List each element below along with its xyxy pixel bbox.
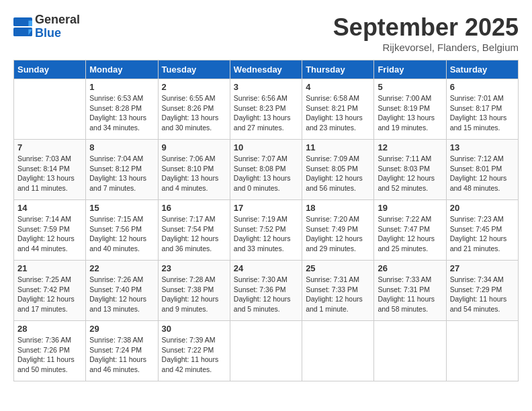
calendar-cell: 10Sunrise: 7:07 AM Sunset: 8:08 PM Dayli… [230,140,302,200]
day-number: 26 [378,263,442,273]
month-title: September 2025 [333,13,519,42]
logo-blue: Blue [35,27,80,40]
day-info: Sunrise: 7:03 AM Sunset: 8:14 PM Dayligh… [17,154,82,193]
calendar-cell [446,321,518,381]
day-info: Sunrise: 7:19 AM Sunset: 7:52 PM Dayligh… [234,214,298,254]
day-number: 16 [162,203,226,213]
week-row-1: 1Sunrise: 6:53 AM Sunset: 8:28 PM Daylig… [14,79,519,140]
day-number: 15 [89,203,154,213]
calendar-cell: 9Sunrise: 7:06 AM Sunset: 8:10 PM Daylig… [158,140,230,200]
calendar-header-row: SundayMondayTuesdayWednesdayThursdayFrid… [14,60,519,79]
calendar-cell: 14Sunrise: 7:14 AM Sunset: 7:59 PM Dayli… [14,200,86,261]
day-info: Sunrise: 7:30 AM Sunset: 7:36 PM Dayligh… [234,275,298,314]
calendar-cell: 20Sunrise: 7:23 AM Sunset: 7:45 PM Dayli… [446,200,518,261]
day-info: Sunrise: 7:25 AM Sunset: 7:42 PM Dayligh… [17,275,82,314]
day-info: Sunrise: 7:15 AM Sunset: 7:56 PM Dayligh… [89,214,154,254]
day-info: Sunrise: 6:53 AM Sunset: 8:28 PM Dayligh… [89,93,154,133]
calendar-cell: 12Sunrise: 7:11 AM Sunset: 8:03 PM Dayli… [374,140,446,200]
title-block: September 2025 Rijkevorsel, Flanders, Be… [333,13,519,53]
day-number: 9 [162,142,226,152]
day-info: Sunrise: 6:58 AM Sunset: 8:21 PM Dayligh… [306,93,370,133]
day-number: 25 [306,263,370,273]
calendar-cell [302,321,374,381]
calendar-cell: 24Sunrise: 7:30 AM Sunset: 7:36 PM Dayli… [230,261,302,321]
calendar-cell: 19Sunrise: 7:22 AM Sunset: 7:47 PM Dayli… [374,200,446,261]
logo-text: General Blue [35,13,80,40]
calendar-cell: 11Sunrise: 7:09 AM Sunset: 8:05 PM Dayli… [302,140,374,200]
calendar-cell: 17Sunrise: 7:19 AM Sunset: 7:52 PM Dayli… [230,200,302,261]
day-number: 21 [17,263,82,273]
calendar-cell: 28Sunrise: 7:36 AM Sunset: 7:26 PM Dayli… [14,321,86,381]
day-header-sunday: Sunday [14,60,86,79]
day-number: 5 [378,82,442,92]
calendar-cell: 27Sunrise: 7:34 AM Sunset: 7:29 PM Dayli… [446,261,518,321]
day-number: 23 [162,263,226,273]
day-info: Sunrise: 7:00 AM Sunset: 8:19 PM Dayligh… [378,93,442,133]
day-number: 3 [234,82,298,92]
day-number: 12 [378,142,442,152]
calendar-cell: 21Sunrise: 7:25 AM Sunset: 7:42 PM Dayli… [14,261,86,321]
calendar-table: SundayMondayTuesdayWednesdayThursdayFrid… [13,60,519,381]
week-row-4: 21Sunrise: 7:25 AM Sunset: 7:42 PM Dayli… [14,261,519,321]
day-number: 11 [306,142,370,152]
day-info: Sunrise: 7:11 AM Sunset: 8:03 PM Dayligh… [378,154,442,193]
day-number: 10 [234,142,298,152]
calendar-cell: 3Sunrise: 6:56 AM Sunset: 8:23 PM Daylig… [230,79,302,140]
day-number: 30 [162,324,226,334]
calendar-cell: 1Sunrise: 6:53 AM Sunset: 8:28 PM Daylig… [86,79,158,140]
week-row-2: 7Sunrise: 7:03 AM Sunset: 8:14 PM Daylig… [14,140,519,200]
calendar-cell: 26Sunrise: 7:33 AM Sunset: 7:31 PM Dayli… [374,261,446,321]
day-info: Sunrise: 7:26 AM Sunset: 7:40 PM Dayligh… [89,275,154,314]
location-subtitle: Rijkevorsel, Flanders, Belgium [333,42,519,53]
day-header-wednesday: Wednesday [230,60,302,79]
day-header-tuesday: Tuesday [158,60,230,79]
calendar-cell: 15Sunrise: 7:15 AM Sunset: 7:56 PM Dayli… [86,200,158,261]
day-info: Sunrise: 7:23 AM Sunset: 7:45 PM Dayligh… [450,214,515,254]
day-number: 18 [306,203,370,213]
day-info: Sunrise: 7:38 AM Sunset: 7:24 PM Dayligh… [89,335,154,375]
week-row-3: 14Sunrise: 7:14 AM Sunset: 7:59 PM Dayli… [14,200,519,261]
day-header-saturday: Saturday [446,60,518,79]
day-number: 6 [450,82,515,92]
day-info: Sunrise: 7:36 AM Sunset: 7:26 PM Dayligh… [17,335,82,375]
calendar-cell: 2Sunrise: 6:55 AM Sunset: 8:26 PM Daylig… [158,79,230,140]
day-info: Sunrise: 7:01 AM Sunset: 8:17 PM Dayligh… [450,93,515,133]
day-number: 8 [89,142,154,152]
day-info: Sunrise: 6:55 AM Sunset: 8:26 PM Dayligh… [162,93,226,133]
day-info: Sunrise: 7:17 AM Sunset: 7:54 PM Dayligh… [162,214,226,254]
day-number: 29 [89,324,154,334]
day-info: Sunrise: 7:33 AM Sunset: 7:31 PM Dayligh… [378,275,442,314]
day-info: Sunrise: 7:06 AM Sunset: 8:10 PM Dayligh… [162,154,226,193]
day-number: 22 [89,263,154,273]
day-info: Sunrise: 7:09 AM Sunset: 8:05 PM Dayligh… [306,154,370,193]
logo-icon [13,17,32,36]
day-number: 20 [450,203,515,213]
day-header-friday: Friday [374,60,446,79]
day-info: Sunrise: 7:20 AM Sunset: 7:49 PM Dayligh… [306,214,370,254]
day-info: Sunrise: 7:14 AM Sunset: 7:59 PM Dayligh… [17,214,82,254]
day-info: Sunrise: 7:31 AM Sunset: 7:33 PM Dayligh… [306,275,370,314]
week-row-5: 28Sunrise: 7:36 AM Sunset: 7:26 PM Dayli… [14,321,519,381]
day-header-thursday: Thursday [302,60,374,79]
page-header: General Blue September 2025 Rijkevorsel,… [13,13,519,53]
logo-general: General [35,13,80,27]
calendar-cell: 16Sunrise: 7:17 AM Sunset: 7:54 PM Dayli… [158,200,230,261]
day-info: Sunrise: 7:12 AM Sunset: 8:01 PM Dayligh… [450,154,515,193]
calendar-cell: 23Sunrise: 7:28 AM Sunset: 7:38 PM Dayli… [158,261,230,321]
day-number: 28 [17,324,82,334]
calendar-cell: 5Sunrise: 7:00 AM Sunset: 8:19 PM Daylig… [374,79,446,140]
day-number: 7 [17,142,82,152]
svg-marker-2 [28,20,32,26]
calendar-cell: 18Sunrise: 7:20 AM Sunset: 7:49 PM Dayli… [302,200,374,261]
calendar-cell [230,321,302,381]
day-info: Sunrise: 7:28 AM Sunset: 7:38 PM Dayligh… [162,275,226,314]
day-number: 1 [89,82,154,92]
day-number: 4 [306,82,370,92]
day-header-monday: Monday [86,60,158,79]
logo: General Blue [13,13,80,40]
day-number: 24 [234,263,298,273]
calendar-cell: 22Sunrise: 7:26 AM Sunset: 7:40 PM Dayli… [86,261,158,321]
calendar-cell [374,321,446,381]
calendar-cell [14,79,86,140]
day-number: 2 [162,82,226,92]
